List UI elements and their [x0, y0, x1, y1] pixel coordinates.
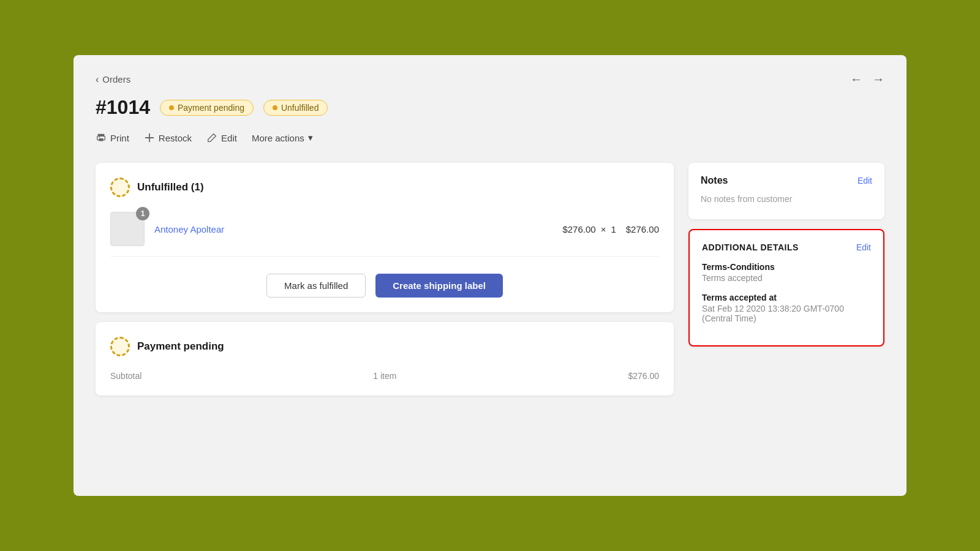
main-window: ‹ Orders ← → #1014 Payment pending Unful… — [74, 55, 907, 496]
edit-icon — [206, 132, 217, 143]
payment-status-icon — [110, 337, 130, 356]
create-shipping-label-button[interactable]: Create shipping label — [375, 274, 503, 298]
price-separator: × — [601, 224, 606, 234]
subtotal-items: 1 item — [373, 371, 396, 381]
subtotal-value: $276.00 — [628, 371, 659, 381]
price-quantity: 1 — [611, 224, 616, 234]
print-label: Print — [110, 133, 129, 143]
payment-card-title: Payment pending — [137, 340, 224, 353]
notes-card: Notes Edit No notes from customer — [688, 163, 884, 219]
product-name-link[interactable]: Antoney Apoltear — [154, 224, 552, 234]
additional-header: ADDITIONAL DETAILS Edit — [702, 242, 871, 252]
print-button[interactable]: Print — [96, 130, 129, 146]
notes-text: No notes from customer — [701, 194, 792, 204]
unfulfilled-card-header: Unfulfilled (1) — [110, 178, 659, 197]
unfulfilled-title: Unfulfilled (1) — [137, 181, 204, 193]
product-quantity-badge: 1 — [136, 207, 149, 220]
payment-pending-badge: Payment pending — [160, 100, 254, 116]
actions-row: Print Restock Edit More actions ▾ — [96, 130, 884, 146]
card-actions: Mark as fulfilled Create shipping label — [110, 269, 659, 298]
back-link-label: Orders — [102, 74, 130, 84]
product-row: 1 Antoney Apoltear $276.00 × 1 $276.00 — [110, 207, 659, 257]
more-actions-button[interactable]: More actions ▾ — [252, 132, 313, 143]
terms-value: Terms accepted — [702, 273, 871, 283]
back-link[interactable]: ‹ Orders — [96, 74, 130, 85]
product-total: $276.00 — [626, 224, 659, 234]
restock-icon — [144, 132, 155, 143]
back-chevron-icon: ‹ — [96, 74, 99, 85]
price-value: $276.00 — [562, 224, 595, 234]
more-actions-label: More actions — [252, 133, 304, 143]
payment-dot-icon — [169, 105, 174, 110]
accepted-at-label: Terms accepted at — [702, 293, 871, 302]
subtotal-label: Subtotal — [110, 371, 141, 381]
unfulfilled-badge-label: Unfulfilled — [281, 103, 318, 113]
print-icon — [96, 132, 107, 143]
title-row: #1014 Payment pending Unfulfilled — [96, 96, 884, 119]
restock-label: Restock — [159, 133, 192, 143]
product-price: $276.00 × 1 — [562, 224, 616, 234]
notes-header: Notes Edit — [701, 175, 872, 186]
payment-pending-card: Payment pending Subtotal 1 item $276.00 — [96, 322, 674, 395]
unfulfilled-badge: Unfulfilled — [263, 100, 328, 116]
right-panel: Notes Edit No notes from customer ADDITI… — [688, 163, 884, 347]
payment-badge-label: Payment pending — [178, 103, 244, 113]
payment-subtotal-row: Subtotal 1 item $276.00 — [110, 366, 659, 381]
chevron-down-icon: ▾ — [308, 132, 313, 143]
mark-fulfilled-button[interactable]: Mark as fulfilled — [266, 274, 366, 298]
edit-button[interactable]: Edit — [206, 130, 237, 146]
unfulfilled-card: Unfulfilled (1) 1 Antoney Apoltear $276.… — [96, 163, 674, 312]
prev-order-icon[interactable]: ← — [850, 72, 862, 86]
left-panel: Unfulfilled (1) 1 Antoney Apoltear $276.… — [96, 163, 674, 395]
svg-rect-2 — [99, 138, 103, 141]
unfulfilled-status-icon — [110, 178, 130, 197]
main-content: Unfulfilled (1) 1 Antoney Apoltear $276.… — [96, 163, 884, 395]
terms-conditions-group: Terms-Conditions Terms accepted — [702, 262, 871, 283]
product-image-wrap: 1 — [110, 212, 145, 246]
notes-edit-button[interactable]: Edit — [858, 176, 872, 186]
unfulfilled-dot-icon — [273, 105, 277, 110]
nav-row: ‹ Orders ← → — [96, 72, 884, 86]
additional-details-card: ADDITIONAL DETAILS Edit Terms-Conditions… — [688, 229, 884, 347]
payment-card-header: Payment pending — [110, 337, 659, 356]
additional-edit-button[interactable]: Edit — [856, 242, 871, 252]
terms-accepted-at-group: Terms accepted at Sat Feb 12 2020 13:38:… — [702, 293, 871, 323]
terms-label: Terms-Conditions — [702, 262, 871, 272]
additional-title: ADDITIONAL DETAILS — [702, 242, 799, 252]
next-order-icon[interactable]: → — [872, 72, 884, 86]
notes-title: Notes — [701, 175, 728, 186]
nav-arrows: ← → — [850, 72, 884, 86]
restock-button[interactable]: Restock — [144, 130, 192, 146]
order-title: #1014 — [96, 96, 150, 119]
accepted-at-value: Sat Feb 12 2020 13:38:20 GMT-0700 (Centr… — [702, 304, 871, 323]
edit-label: Edit — [221, 133, 237, 143]
